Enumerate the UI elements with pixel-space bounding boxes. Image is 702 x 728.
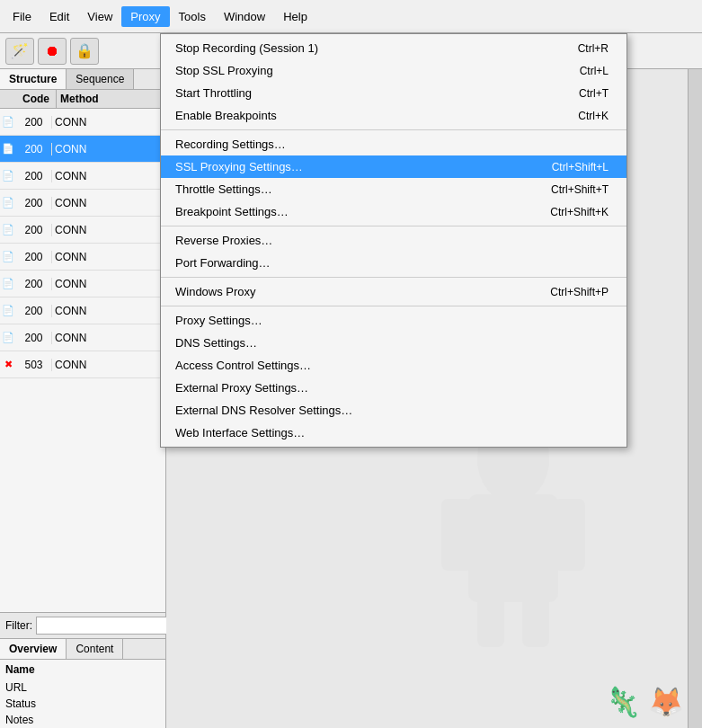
menu-port-forwarding[interactable]: Port Forwarding… <box>161 252 626 274</box>
doc-icon: 📄 <box>2 143 14 155</box>
menu-file[interactable]: File <box>4 6 40 27</box>
bottom-tab-row: Overview Content <box>0 639 165 660</box>
menu-throttle-settings[interactable]: Throttle Settings… Ctrl+Shift+T <box>161 178 626 200</box>
tab-sequence[interactable]: Sequence <box>67 69 134 89</box>
menu-stop-recording[interactable]: Stop Recording (Session 1) Ctrl+R <box>161 37 626 59</box>
tab-overview[interactable]: Overview <box>0 639 67 659</box>
svg-rect-5 <box>522 593 549 647</box>
menu-enable-breakpoints[interactable]: Enable Breakpoints Ctrl+K <box>161 104 626 127</box>
separator-3 <box>161 277 626 278</box>
tab-structure[interactable]: Structure <box>0 69 67 89</box>
menu-label: Stop SSL Proxying <box>175 64 273 77</box>
menu-shortcut: Ctrl+Shift+P <box>550 286 609 298</box>
menu-recording-settings[interactable]: Recording Settings… <box>161 133 626 155</box>
menu-view[interactable]: View <box>78 6 121 27</box>
menu-edit[interactable]: Edit <box>40 6 78 27</box>
menu-proxy-settings[interactable]: Proxy Settings… <box>161 309 626 332</box>
char-red: 🦊 <box>648 685 684 719</box>
col-header-code: Code <box>16 90 57 108</box>
menu-proxy[interactable]: Proxy <box>121 6 169 27</box>
doc-icon: 📄 <box>2 332 14 343</box>
menu-stop-ssl[interactable]: Stop SSL Proxying Ctrl+L <box>161 59 626 82</box>
menu-help[interactable]: Help <box>274 6 316 27</box>
menu-web-interface[interactable]: Web Interface Settings… <box>161 422 626 444</box>
menu-ssl-proxying-settings[interactable]: SSL Proxying Settings… Ctrl+Shift+L <box>161 155 626 178</box>
separator-2 <box>161 226 626 226</box>
table-row[interactable]: ✖ 503 CONN <box>0 351 165 378</box>
cell-code: 200 <box>16 116 52 129</box>
cell-method: CONN <box>52 305 165 317</box>
cell-method: CONN <box>52 116 165 129</box>
table-body: 📄 200 CONN 📄 200 CONN 📄 200 CONN 📄 200 C… <box>0 109 165 612</box>
menubar: File Edit View Proxy Tools Window Help <box>0 0 702 33</box>
bottom-panel-name-header: Name <box>0 660 165 679</box>
menu-windows-proxy[interactable]: Windows Proxy Ctrl+Shift+P <box>161 280 626 303</box>
record-button[interactable]: ⏺ <box>38 38 67 65</box>
menu-external-dns[interactable]: External DNS Resolver Settings… <box>161 399 626 422</box>
record-icon: ⏺ <box>45 43 59 59</box>
right-scrollbar[interactable] <box>688 69 702 728</box>
filter-row: Filter: <box>0 612 165 639</box>
separator-1 <box>161 129 626 130</box>
cell-method: CONN <box>52 224 165 236</box>
cell-code: 200 <box>16 332 52 344</box>
doc-icon: 📄 <box>2 278 14 289</box>
doc-icon: 📄 <box>2 224 14 235</box>
table-row[interactable]: 📄 200 CONN <box>0 271 165 297</box>
table-row[interactable]: 📄 200 CONN <box>0 163 165 190</box>
filter-input[interactable] <box>36 617 178 635</box>
cell-code: 503 <box>16 359 52 371</box>
table-row[interactable]: 📄 200 CONN <box>0 190 165 217</box>
cell-code: 200 <box>16 143 52 155</box>
doc-icon: 📄 <box>2 251 14 262</box>
menu-label: Access Control Settings… <box>175 359 311 372</box>
cell-code: 200 <box>16 197 52 209</box>
characters-decoration: 🦎 🦊 <box>605 685 684 719</box>
menu-shortcut: Ctrl+T <box>579 87 609 100</box>
menu-label: Stop Recording (Session 1) <box>175 41 318 55</box>
menu-label: Reverse Proxies… <box>175 234 272 247</box>
cell-method: CONN <box>52 278 165 290</box>
table-row[interactable]: 📄 200 CONN <box>0 324 165 351</box>
field-status: Status <box>0 696 165 712</box>
svg-point-7 <box>515 452 547 474</box>
field-notes: Notes <box>0 712 165 728</box>
menu-shortcut: Ctrl+R <box>578 42 609 55</box>
cell-method: CONN <box>52 197 165 209</box>
menu-label: Throttle Settings… <box>175 182 272 196</box>
cell-method: CONN <box>52 332 165 344</box>
menu-window[interactable]: Window <box>215 6 274 27</box>
svg-rect-4 <box>477 593 504 647</box>
table-row[interactable]: 📄 200 CONN <box>0 136 165 163</box>
cell-code: 200 <box>16 305 52 317</box>
svg-rect-2 <box>441 499 473 571</box>
menu-shortcut: Ctrl+L <box>580 65 609 77</box>
wand-icon: 🪄 <box>11 42 29 59</box>
svg-rect-3 <box>554 499 585 571</box>
svg-rect-1 <box>468 494 558 602</box>
menu-reverse-proxies[interactable]: Reverse Proxies… <box>161 229 626 252</box>
wand-button[interactable]: 🪄 <box>5 38 34 65</box>
menu-shortcut: Ctrl+Shift+T <box>551 183 609 196</box>
table-row[interactable]: 📄 200 CONN <box>0 244 165 271</box>
menu-shortcut: Ctrl+Shift+K <box>550 206 609 218</box>
menu-breakpoint-settings[interactable]: Breakpoint Settings… Ctrl+Shift+K <box>161 200 626 223</box>
menu-access-control[interactable]: Access Control Settings… <box>161 354 626 377</box>
menu-external-proxy[interactable]: External Proxy Settings… <box>161 377 626 399</box>
table-row[interactable]: 📄 200 CONN <box>0 217 165 244</box>
menu-tools[interactable]: Tools <box>170 6 215 27</box>
table-row[interactable]: 📄 200 CONN <box>0 109 165 136</box>
menu-label: Proxy Settings… <box>175 314 262 327</box>
menu-label: Windows Proxy <box>175 285 256 298</box>
tab-content[interactable]: Content <box>67 639 123 659</box>
filter-label: Filter: <box>5 619 32 632</box>
clear-button[interactable]: 🔒 <box>70 38 99 65</box>
cell-method: CONN <box>52 143 165 155</box>
table-row[interactable]: 📄 200 CONN <box>0 297 165 324</box>
separator-4 <box>161 306 626 306</box>
clear-icon: 🔒 <box>76 42 93 59</box>
doc-icon: 📄 <box>2 116 14 128</box>
menu-label: Start Throttling <box>175 86 252 100</box>
menu-dns-settings[interactable]: DNS Settings… <box>161 332 626 354</box>
menu-start-throttling[interactable]: Start Throttling Ctrl+T <box>161 82 626 104</box>
